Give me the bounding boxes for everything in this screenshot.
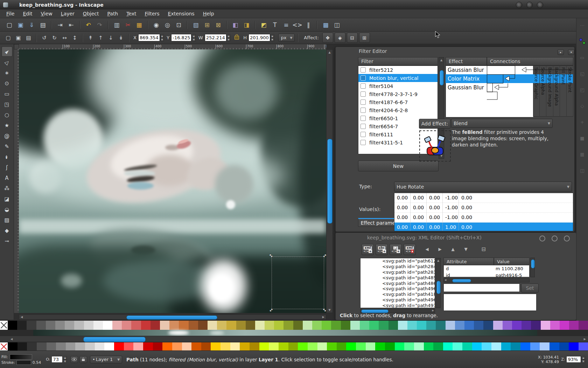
menu-layer[interactable]: Layer <box>57 10 79 18</box>
xml-node-row[interactable]: <svg:path id="path2836-7"> <box>360 270 435 275</box>
zoom-input[interactable]: 93% <box>566 356 581 363</box>
palette-swatch[interactable] <box>143 342 153 350</box>
node-tool[interactable]: ▷ <box>2 57 12 67</box>
matrix-row[interactable]: 0.000.00 0.001.00 0.00 <box>394 223 573 231</box>
new-filter-button[interactable]: New <box>358 161 439 171</box>
palette-swatch[interactable] <box>491 342 501 350</box>
top-ruler[interactable]: 1002003004005006007008009001000 <box>19 44 326 50</box>
palette-swatch[interactable] <box>559 342 569 350</box>
filter-list-item[interactable]: filter4204-6-2-8 <box>358 106 438 114</box>
snap-bbox-icon[interactable]: ▭ <box>578 53 587 62</box>
palette-swatch[interactable] <box>84 321 93 330</box>
palette-swatch[interactable] <box>160 321 169 330</box>
palette-swatch[interactable] <box>360 321 369 330</box>
palette-swatch[interactable] <box>211 342 220 350</box>
zoom-tool[interactable]: ⊙ <box>2 79 12 88</box>
palette-swatch[interactable] <box>284 321 293 330</box>
palette-swatch[interactable] <box>341 321 350 330</box>
palette-swatch[interactable] <box>436 321 445 330</box>
rectangle-tool[interactable]: ▭ <box>2 89 12 99</box>
bottom-hscrollbar[interactable]: ◀ ▶ <box>0 336 588 342</box>
zoom-drawing-icon[interactable]: ◎ <box>162 20 173 30</box>
palette-swatch[interactable] <box>217 321 226 330</box>
palette-swatch[interactable] <box>407 321 417 330</box>
canvas-vscrollbar[interactable]: ▲ ▼ <box>326 49 333 313</box>
zoom-steppers[interactable]: ▲▼ <box>581 356 585 363</box>
select-all-layers-button[interactable]: ▣ <box>14 33 23 42</box>
palette-swatch[interactable] <box>75 342 85 350</box>
selection-rectangle[interactable]: ↔ ↔ ↔ ↔ <box>272 257 324 309</box>
palette-swatch[interactable] <box>414 342 424 350</box>
undo-icon[interactable]: ↶ <box>83 20 93 30</box>
palette-swatch[interactable] <box>201 342 211 350</box>
set-attribute-button[interactable]: Set <box>521 284 539 293</box>
affect-move-toggle[interactable]: ❖ <box>322 33 333 43</box>
palette-swatch[interactable] <box>379 321 388 330</box>
xml-node-row[interactable]: <svg:path id="path4868"> <box>360 281 435 286</box>
fill-swatch[interactable] <box>10 354 32 360</box>
filter-checkbox[interactable] <box>360 132 366 137</box>
palette-swatch[interactable] <box>150 321 160 330</box>
group-icon[interactable]: ◧ <box>230 20 240 30</box>
matrix-row[interactable]: 0.000.00 0.00-1.00 0.00 <box>394 203 573 213</box>
indent-node-button[interactable]: ▶ <box>435 245 444 254</box>
redo-icon[interactable]: ↷ <box>94 20 105 30</box>
palette-swatch[interactable] <box>27 342 37 350</box>
palette-swatch[interactable] <box>250 342 259 350</box>
palette-swatch[interactable] <box>240 342 250 350</box>
scroll-left-icon[interactable]: ◀ <box>21 315 23 319</box>
ellipse-tool[interactable]: ○ <box>2 110 12 120</box>
node-scroll-thumb[interactable] <box>436 281 441 294</box>
zoom-page-icon[interactable]: ⊡ <box>174 20 184 30</box>
palette-swatch[interactable] <box>395 342 405 350</box>
palette-swatch[interactable] <box>191 342 201 350</box>
open-document-icon[interactable]: ▣ <box>15 20 26 30</box>
pen-tool[interactable]: ✒ <box>2 152 12 162</box>
new-element-node-button[interactable]: xml <>+ <box>362 244 374 255</box>
raise-to-top-button[interactable]: ↟ <box>86 33 95 42</box>
palette-swatch[interactable] <box>269 342 279 350</box>
snap-intersections-icon[interactable]: + <box>578 118 587 126</box>
attribute-value-box[interactable] <box>443 294 537 311</box>
xml-node-row[interactable]: <svg:path id="path4850"> <box>360 275 435 281</box>
palette-swatch[interactable] <box>522 321 531 330</box>
palette-swatch[interactable] <box>520 342 530 350</box>
effect-list[interactable]: Gaussian Blur Color Matrix Gaussian Blur <box>446 66 487 117</box>
filter-list-item[interactable]: filter5104 <box>358 82 438 90</box>
palette-swatch[interactable] <box>27 321 36 330</box>
palette-swatch[interactable] <box>530 342 540 350</box>
palette-swatch[interactable] <box>169 321 179 330</box>
attr-vscrollbar[interactable] <box>530 258 535 277</box>
raise-button[interactable]: ↑ <box>96 33 105 42</box>
filter-checkbox[interactable] <box>360 100 366 105</box>
fill-stroke-dialog-icon[interactable]: ◩ <box>259 20 269 30</box>
palette-swatch[interactable] <box>131 321 141 330</box>
scroll-left-icon[interactable]: ◀ <box>10 338 13 341</box>
palette-swatch[interactable] <box>579 321 588 330</box>
palette-swatch[interactable] <box>288 342 298 350</box>
xml-node-row[interactable]: <svg:path id="path2847-0"> <box>360 264 435 270</box>
canvas[interactable]: ↔ ↔ ↔ ↔ <box>19 49 326 313</box>
new-text-node-button[interactable]: abc <>+ <box>376 244 388 255</box>
palette-swatch[interactable] <box>317 342 327 350</box>
palette-swatch[interactable] <box>569 342 579 350</box>
palette-swatch[interactable] <box>74 321 84 330</box>
value-column-header[interactable]: Value <box>494 258 530 265</box>
connections-column-header[interactable]: Connections <box>487 57 573 66</box>
palette-swatch[interactable] <box>398 321 407 330</box>
node-list-vscrollbar[interactable]: ▲ <box>436 258 441 308</box>
scroll-right-icon[interactable]: ▶ <box>584 338 586 341</box>
menu-file[interactable]: File <box>2 10 19 18</box>
palette-swatch[interactable] <box>443 342 453 350</box>
no-color-swatch[interactable] <box>0 321 8 330</box>
add-effect-button[interactable]: Add Effect: <box>419 119 450 129</box>
units-dropdown[interactable]: px▼ <box>278 34 295 42</box>
menu-edit[interactable]: Edit <box>19 10 36 18</box>
effect-row[interactable]: Color Matrix <box>446 74 487 83</box>
palette-swatch[interactable] <box>293 321 303 330</box>
delete-node-button[interactable]: xml <>x <box>404 244 416 255</box>
palette-swatch[interactable] <box>531 321 540 330</box>
snap-centers-icon[interactable]: ■ <box>578 134 587 142</box>
palette-swatch[interactable] <box>226 321 236 330</box>
palette-swatch[interactable] <box>36 321 46 330</box>
